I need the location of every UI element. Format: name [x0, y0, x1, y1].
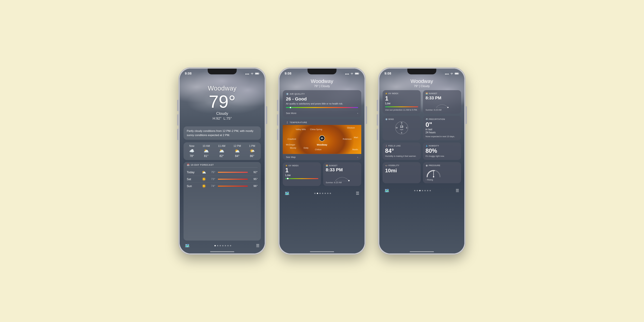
dot-6	[227, 245, 228, 246]
precip-period-3: in last 24 hours	[426, 128, 458, 134]
sunset-arc-2	[326, 173, 359, 181]
map-label-valleymills: Valley Mills	[296, 128, 306, 130]
city-name-2: Woodway	[284, 78, 360, 84]
feels-gc-header: 🌡️ FEELS LIKE	[385, 145, 418, 147]
svg-rect-5	[359, 73, 359, 74]
map-label-crawford: Crawford	[288, 138, 296, 140]
map-card-header: 🌡️ TEMPERATURE	[283, 119, 361, 125]
sunset-arc-3	[426, 101, 458, 108]
forecast-row-today: Today ⛅ 75° 92°	[187, 169, 258, 176]
svg-rect-1	[256, 73, 258, 74]
list-button-1[interactable]: ☰	[256, 244, 260, 248]
uv-icon-2: ☀️	[285, 164, 288, 167]
thermometer-icon: 🌡️	[286, 121, 289, 124]
map-button-3[interactable]: 🗺️	[384, 188, 389, 193]
humidity-gc-icon: 💧	[426, 145, 428, 147]
uv-gc-icon: ☀️	[385, 92, 388, 95]
main-temp-1: 79°	[184, 93, 260, 110]
sunset-header-2: 🌅 SUNSET	[326, 164, 359, 167]
dot-7	[230, 245, 231, 246]
humidity-desc-3: It's muggy right now.	[426, 155, 458, 158]
home-indicator-1	[210, 251, 234, 252]
vis-main-3: 10mi	[385, 168, 418, 174]
wifi-icon-2	[350, 72, 354, 75]
sunset-value-2: 8:33 PM	[326, 168, 359, 172]
map-button-1[interactable]: 🗺️	[185, 244, 190, 248]
iphone-3: 9:08 ●●●	[378, 68, 465, 254]
map-label-robinson: Robinson	[343, 138, 352, 140]
humidity-card-3: 💧 HUMIDITY 80% It's muggy right now.	[423, 142, 461, 160]
city-name-3: Woodway	[384, 78, 460, 84]
map-button-2[interactable]: 🗺️	[285, 191, 290, 196]
tenday-section: 📅 10-DAY FORECAST Today ⛅ 75° 92° Sat ☀️…	[184, 162, 261, 240]
forecast-row-sun: Sun ☀️ 74° 96°	[187, 183, 258, 190]
row4-grid: 👁️ VISIBILITY 10mi ⏱️ PRESSURE	[382, 162, 461, 183]
feels-like-card-3: 🌡️ FEELS LIKE 84° Humidity is making it …	[382, 142, 421, 160]
bottom-toolbar-3: 🗺️ ☰	[379, 186, 464, 198]
humidity-main-3: 80%	[426, 148, 458, 154]
phone3-scroll[interactable]: 9:08 ●●●	[379, 68, 464, 254]
hi-lo-1: H:92° L:75°	[184, 116, 260, 120]
calendar-icon: 📅	[187, 164, 190, 166]
map-chevron-icon: ›	[357, 156, 358, 158]
wind-card-3: 💨 WIND N S E W	[382, 116, 421, 140]
uv-desc-3: Use sun protection 11 AM to 5 PM.	[385, 108, 418, 112]
pressure-rising-icon: ↑ Rising	[426, 178, 458, 181]
pressure-gc-header: ⏱️ PRESSURE	[426, 164, 458, 167]
list-button-3[interactable]: ☰	[456, 188, 459, 193]
vis-gc-icon: 👁️	[385, 164, 388, 167]
iphone-2: 9:08 ●●●	[278, 68, 366, 254]
hourly-item-1pm: 1 PM 🌤️ 86°	[249, 144, 255, 158]
see-more-row[interactable]: See More ›	[286, 110, 358, 114]
wind-gc-icon: 💨	[385, 118, 388, 120]
signal-icon-3: ●●●	[445, 72, 449, 75]
uv-card-3: ☀️ UV INDEX 1 Low Use sun protection 11 …	[382, 90, 421, 114]
feels-gc-icon: 🌡️	[385, 145, 388, 147]
aqi-value: 26 - Good	[286, 96, 358, 102]
compass-s: S	[401, 132, 402, 134]
uv-sunset-row-2: ☀️ UV INDEX 1 Low 🌅 SUNSET	[283, 162, 361, 186]
sunrise-label-3: Sunrise: 6:23 AM	[426, 109, 458, 111]
status-icons-3: ●●●	[445, 72, 459, 75]
map-label-chinaspring: China Spring	[310, 128, 322, 130]
status-icons-2: ●●●	[345, 72, 359, 75]
iphone-1: 9:08 ●●●	[179, 68, 266, 254]
notch-1	[208, 68, 237, 74]
hourly-section: Now ☁️ 78° 10 AM 🌥️ 81° 11 AM 🌥️ 8	[184, 142, 261, 160]
signal-icon: ●●●	[245, 72, 249, 75]
phone2-scroll[interactable]: 9:08 ●●●	[280, 68, 364, 254]
pressure-card-3: ⏱️ PRESSURE Low High	[423, 162, 461, 183]
svg-point-14	[433, 176, 434, 178]
feels-desc-3: Humidity is making it feel warmer.	[385, 155, 418, 158]
dot-4	[222, 245, 224, 246]
precip-desc-3: None expected in next 10 days.	[426, 135, 458, 138]
precipitation-card-3: 🌧️ PRECIPITATION 0" in last 24 hours Non…	[423, 116, 461, 140]
uv-dot-2	[287, 178, 288, 179]
map-see-more[interactable]: See Map ›	[283, 154, 361, 160]
aqi-desc: Air quality is satisfactory and poses li…	[286, 102, 358, 106]
wifi-icon-3	[450, 72, 454, 75]
map-city-label: Woodway	[317, 144, 327, 146]
condition-1: Cloudy	[184, 111, 260, 116]
battery-icon	[255, 72, 260, 75]
home-indicator-3	[410, 251, 434, 252]
forecast-row-sat: Sat ☀️ 73° 95°	[187, 176, 258, 183]
tenday-header: 📅 10-DAY FORECAST	[187, 164, 258, 168]
uv-value-2: 1	[285, 168, 318, 173]
map-visual: Valley Mills China Spring Gholson Crawfo…	[283, 125, 361, 154]
svg-point-11	[448, 107, 448, 108]
compass-arrow-up: ↑	[401, 123, 402, 126]
list-button-2[interactable]: ☰	[356, 191, 359, 196]
feels-main-3: 84°	[385, 148, 418, 154]
notch-2	[308, 68, 336, 74]
humidity-gc-header: 💧 HUMIDITY	[426, 145, 458, 147]
waco-marker: 85	[319, 136, 325, 141]
map-label-gholson: Gholson	[347, 126, 355, 129]
dot-1	[214, 245, 216, 246]
hourly-item-now: Now ☁️ 78°	[189, 144, 194, 158]
pressure-gauge: Low High	[426, 168, 458, 178]
sunset-card-3: 🌅 SUNSET 8:33 PM Sunrise:	[423, 90, 461, 114]
compass-w: W	[396, 127, 398, 129]
temperature-map-card: 🌡️ TEMPERATURE Valley Mills China Spring…	[283, 119, 361, 160]
wifi-icon	[250, 72, 254, 75]
